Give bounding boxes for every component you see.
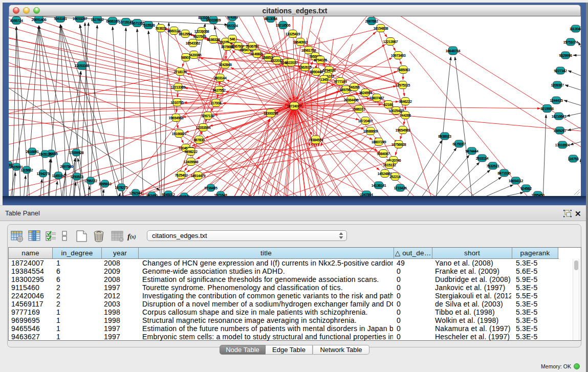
svg-text:744266: 744266 (400, 114, 411, 117)
svg-text:1010755: 1010755 (170, 101, 183, 104)
svg-text:17016504: 17016504 (555, 143, 570, 147)
svg-text:12213967: 12213967 (383, 40, 398, 43)
svg-text:1113044: 1113044 (570, 27, 581, 31)
svg-text:974163: 974163 (227, 16, 238, 19)
svg-text:1294275: 1294275 (36, 172, 49, 176)
svg-text:1047594: 1047594 (360, 193, 373, 196)
svg-text:7357224: 7357224 (225, 24, 237, 28)
svg-text:2803144: 2803144 (213, 76, 226, 80)
svg-text:9227342: 9227342 (554, 69, 567, 73)
svg-text:9084067: 9084067 (377, 152, 389, 156)
svg-text:1292344: 1292344 (129, 191, 142, 195)
svg-text:2936760: 2936760 (246, 45, 258, 48)
svg-text:1795722: 1795722 (84, 179, 97, 183)
svg-text:1095810: 1095810 (98, 182, 111, 186)
svg-text:16210643: 16210643 (552, 115, 567, 118)
svg-text:9474444: 9474444 (465, 149, 478, 153)
svg-text:1569297: 1569297 (553, 129, 566, 133)
svg-text:116753: 116753 (568, 157, 579, 161)
svg-text:7515526: 7515526 (142, 24, 155, 27)
svg-text:2718176: 2718176 (173, 70, 186, 74)
svg-text:1615132: 1615132 (383, 163, 396, 167)
svg-text:1209387: 1209387 (551, 83, 563, 87)
svg-text:10973493: 10973493 (391, 54, 406, 57)
svg-text:763822: 763822 (155, 27, 166, 30)
svg-text:19654983: 19654983 (169, 116, 184, 120)
svg-text:1571648: 1571648 (214, 193, 227, 196)
svg-text:18300295: 18300295 (264, 112, 278, 115)
svg-text:1822037: 1822037 (285, 61, 297, 64)
svg-text:3267130: 3267130 (201, 114, 214, 118)
svg-text:9146821: 9146821 (250, 52, 263, 56)
svg-text:8813054: 8813054 (264, 17, 277, 20)
svg-text:6179197: 6179197 (452, 142, 465, 146)
svg-text:9846222: 9846222 (399, 100, 411, 103)
svg-text:14136141: 14136141 (372, 184, 386, 187)
svg-text:6794028: 6794028 (314, 58, 326, 62)
svg-text:8912954: 8912954 (179, 32, 191, 36)
svg-text:8215958: 8215958 (540, 107, 553, 111)
svg-text:1505135: 1505135 (38, 152, 51, 156)
svg-text:1244415: 1244415 (550, 99, 562, 102)
svg-text:16648784: 16648784 (446, 49, 461, 53)
svg-text:22053346: 22053346 (75, 64, 90, 68)
svg-text:1362615: 1362615 (298, 65, 311, 69)
svg-text:12975115: 12975115 (396, 83, 410, 87)
svg-text:10654112: 10654112 (509, 179, 524, 183)
svg-text:12213369: 12213369 (171, 85, 186, 89)
svg-text:9716485: 9716485 (204, 186, 217, 190)
svg-text:9329996: 9329996 (559, 54, 572, 57)
svg-text:18807249: 18807249 (372, 140, 386, 144)
svg-text:18640910: 18640910 (293, 40, 308, 44)
svg-text:10025433: 10025433 (389, 109, 404, 113)
svg-text:1095450: 1095450 (531, 193, 544, 196)
svg-text:252214: 252214 (389, 175, 401, 179)
svg-text:10807487: 10807487 (369, 96, 384, 100)
svg-text:9777169: 9777169 (334, 80, 346, 83)
svg-text:6794028: 6794028 (322, 69, 335, 72)
svg-text:19654983: 19654983 (396, 128, 410, 132)
svg-text:16543362: 16543362 (186, 41, 201, 45)
svg-text:1345: 1345 (320, 78, 328, 81)
svg-text:761245: 761245 (179, 195, 190, 196)
svg-text:2097586: 2097586 (60, 165, 73, 168)
svg-text:18720407: 18720407 (358, 119, 373, 123)
svg-text:16033809: 16033809 (206, 18, 221, 22)
svg-text:887833: 887833 (193, 138, 205, 142)
svg-text:4055724: 4055724 (10, 19, 23, 23)
svg-text:10653287: 10653287 (73, 17, 88, 20)
svg-text:19166827: 19166827 (172, 132, 187, 136)
svg-text:62160: 62160 (384, 103, 393, 106)
svg-text:16914479: 16914479 (191, 174, 206, 178)
svg-text:17359928: 17359928 (69, 151, 84, 155)
svg-text:5498222: 5498222 (184, 150, 197, 154)
svg-text:7986372: 7986372 (352, 107, 365, 111)
svg-text:7485063: 7485063 (397, 68, 409, 72)
svg-text:20691406: 20691406 (32, 18, 47, 21)
svg-text:117004: 117004 (211, 101, 222, 105)
svg-text:8990448: 8990448 (310, 70, 322, 74)
svg-text:20364436: 20364436 (344, 98, 359, 102)
svg-text:19384554: 19384554 (309, 138, 323, 142)
svg-text:2933114: 2933114 (476, 157, 489, 160)
svg-text:1527602: 1527602 (91, 18, 103, 21)
svg-text:12353594: 12353594 (196, 126, 211, 129)
svg-text:2087682: 2087682 (365, 19, 378, 23)
svg-text:9063181: 9063181 (54, 17, 67, 20)
svg-text:1145194: 1145194 (52, 174, 65, 178)
svg-text:19218506: 19218506 (276, 24, 291, 27)
svg-text:8938923: 8938923 (438, 135, 451, 138)
svg-text:1250513: 1250513 (70, 175, 83, 179)
svg-text:12409948: 12409948 (184, 160, 199, 164)
svg-text:1733426: 1733426 (394, 186, 406, 190)
svg-text:9242848: 9242848 (219, 63, 231, 67)
svg-text:746266: 746266 (349, 85, 360, 89)
svg-text:16154838: 16154838 (374, 27, 388, 30)
svg-text:992450: 992450 (146, 194, 158, 196)
svg-text:10756928: 10756928 (391, 143, 406, 146)
svg-text:(x): (x) (130, 234, 136, 240)
svg-text:9245012: 9245012 (162, 193, 175, 196)
svg-text:18724007: 18724007 (287, 104, 302, 108)
svg-text:3875685: 3875685 (221, 45, 233, 49)
svg-text:15751074: 15751074 (563, 40, 578, 44)
